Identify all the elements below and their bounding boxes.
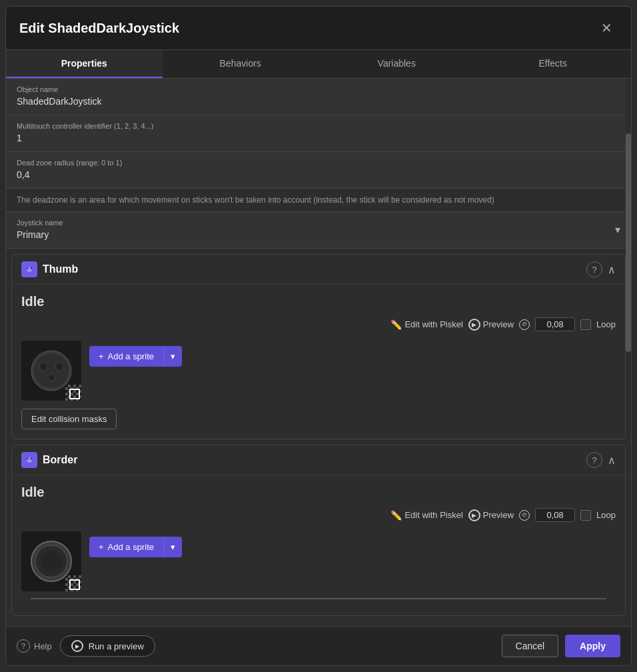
- border-controls: ? ∧: [586, 452, 616, 468]
- svg-point-7: [39, 363, 47, 371]
- svg-point-13: [31, 458, 33, 460]
- border-edit-label: Edit with Piskel: [404, 510, 462, 520]
- svg-point-9: [48, 374, 55, 381]
- border-preview-label: Preview: [483, 510, 514, 520]
- joystick-name-field[interactable]: Joystick name Primary ▾: [6, 212, 631, 249]
- thumb-body: Idle ✏️ Edit with Piskel ▶ Preview ⏱: [12, 285, 625, 439]
- thumb-controls: ? ∧: [586, 261, 616, 277]
- thumb-anim-controls: ✏️ Edit with Piskel ▶ Preview ⏱ Loop: [21, 317, 616, 331]
- svg-point-12: [27, 458, 29, 460]
- thumb-loop-checkbox[interactable]: [580, 319, 591, 330]
- thumb-sprite-thumbnail[interactable]: [21, 341, 81, 401]
- tab-behaviors[interactable]: Behaviors: [163, 50, 319, 78]
- plus-icon: +: [99, 351, 104, 361]
- joystick-name-content: Joystick name Primary: [17, 219, 63, 240]
- border-loop-label: Loop: [596, 510, 616, 520]
- dead-zone-value[interactable]: 0,4: [17, 169, 620, 180]
- border-loop-checkbox[interactable]: [580, 510, 591, 521]
- object-name-label: Object name: [17, 85, 620, 93]
- run-play-icon: ▶: [71, 640, 83, 652]
- cancel-button[interactable]: Cancel: [502, 635, 559, 657]
- thumb-section: Thumb ? ∧ Idle ✏️ Edit with Piskel: [11, 254, 626, 439]
- thumb-sprite-actions: + Add a sprite ▾: [89, 341, 182, 367]
- dialog-title: Edit ShadedDarkJoystick: [19, 21, 179, 36]
- border-add-sprite-button[interactable]: + Add a sprite: [89, 537, 163, 557]
- main-content: Object name ShadedDarkJoystick Multitouc…: [6, 79, 631, 621]
- tab-properties[interactable]: Properties: [6, 50, 163, 78]
- svg-point-2: [27, 267, 29, 269]
- border-timer-icon: ⏱: [519, 510, 530, 521]
- thumb-help-button[interactable]: ?: [586, 261, 602, 277]
- border-section: Border ? ∧ Idle ✏️ Edit with Piskel: [11, 445, 626, 616]
- sprite-selected-box: [69, 389, 80, 399]
- multitouch-label: Multitouch controller identifier (1, 2, …: [17, 122, 620, 130]
- content-wrapper: Object name ShadedDarkJoystick Multitouc…: [6, 79, 631, 626]
- run-preview-button[interactable]: ▶ Run a preview: [60, 635, 155, 657]
- thumb-section-header: Thumb ? ∧: [12, 255, 625, 285]
- thumb-edit-piskel-button[interactable]: ✏️ Edit with Piskel: [390, 319, 462, 330]
- footer-right: Cancel Apply: [502, 635, 620, 657]
- timer-icon: ⏱: [519, 319, 530, 330]
- thumb-preview-button[interactable]: ▶ Preview: [468, 319, 514, 331]
- object-name-field: Object name ShadedDarkJoystick: [6, 79, 631, 115]
- thumb-collapse-button[interactable]: ∧: [608, 263, 616, 276]
- border-add-sprite-dropdown[interactable]: ▾: [163, 537, 182, 557]
- thumb-anim-label: Idle: [21, 294, 616, 309]
- thumb-timer-input[interactable]: [535, 317, 575, 331]
- footer-left: ? Help ▶ Run a preview: [17, 635, 155, 657]
- thumb-preview-label: Preview: [483, 319, 514, 329]
- border-icon: [21, 452, 37, 468]
- close-button[interactable]: ✕: [596, 17, 618, 39]
- border-title-left: Border: [21, 452, 77, 468]
- thumb-edit-label: Edit with Piskel: [404, 319, 462, 329]
- dialog-header: Edit ShadedDarkJoystick ✕: [6, 7, 631, 50]
- dead-zone-info: The deadzone is an area for which moveme…: [6, 189, 631, 212]
- border-timer-input[interactable]: [535, 508, 575, 522]
- thumb-title: Thumb: [43, 263, 78, 275]
- border-plus-icon: +: [99, 542, 104, 552]
- thumb-title-left: Thumb: [21, 261, 78, 277]
- svg-point-3: [31, 267, 33, 269]
- thumb-add-sprite-dropdown[interactable]: ▾: [163, 346, 182, 367]
- multitouch-value[interactable]: 1: [17, 133, 620, 143]
- svg-point-17: [41, 551, 62, 572]
- border-sprite-thumbnail[interactable]: [21, 531, 81, 591]
- border-preview-button[interactable]: ▶ Preview: [468, 509, 514, 521]
- help-label: Help: [34, 641, 52, 651]
- scrollbar-thumb[interactable]: [626, 133, 631, 352]
- border-sprite-actions: + Add a sprite ▾: [89, 531, 182, 557]
- border-section-header: Border ? ∧: [12, 445, 625, 475]
- edit-collision-masks-button[interactable]: Edit collision masks: [21, 409, 117, 429]
- svg-point-6: [34, 353, 69, 388]
- thumb-loop-label: Loop: [596, 319, 616, 329]
- thumb-add-sprite-wrapper: + Add a sprite ▾: [89, 346, 182, 367]
- border-pencil-icon: ✏️: [390, 510, 402, 521]
- border-add-sprite-label: Add a sprite: [108, 542, 154, 552]
- border-play-icon: ▶: [468, 509, 480, 521]
- border-anim-controls: ✏️ Edit with Piskel ▶ Preview ⏱ Loop: [21, 508, 616, 522]
- tab-effects[interactable]: Effects: [475, 50, 632, 78]
- border-anim-label: Idle: [21, 485, 616, 500]
- border-add-sprite-wrapper: + Add a sprite ▾: [89, 537, 182, 557]
- joystick-dropdown-arrow: ▾: [615, 223, 620, 236]
- footer: ? Help ▶ Run a preview Cancel Apply: [6, 626, 631, 665]
- svg-point-8: [55, 363, 63, 371]
- border-edit-piskel-button[interactable]: ✏️ Edit with Piskel: [390, 510, 462, 521]
- tabs-bar: Properties Behaviors Variables Effects: [6, 50, 631, 79]
- help-link[interactable]: ? Help: [17, 639, 52, 653]
- run-preview-label: Run a preview: [89, 641, 144, 651]
- joystick-value: Primary: [17, 229, 63, 240]
- multitouch-field: Multitouch controller identifier (1, 2, …: [6, 115, 631, 152]
- dead-zone-label: Dead zone radius (range: 0 to 1): [17, 159, 620, 167]
- border-help-button[interactable]: ?: [586, 452, 602, 468]
- object-name-value[interactable]: ShadedDarkJoystick: [17, 96, 620, 107]
- dead-zone-field: Dead zone radius (range: 0 to 1) 0,4: [6, 152, 631, 189]
- help-circle-icon: ?: [17, 639, 30, 653]
- border-divider: [31, 598, 606, 599]
- thumb-sprite-area: + Add a sprite ▾: [21, 341, 616, 401]
- scrollbar[interactable]: [626, 79, 631, 626]
- tab-variables[interactable]: Variables: [318, 50, 475, 78]
- border-collapse-button[interactable]: ∧: [608, 454, 616, 467]
- apply-button[interactable]: Apply: [565, 635, 620, 657]
- thumb-add-sprite-button[interactable]: + Add a sprite: [89, 346, 163, 367]
